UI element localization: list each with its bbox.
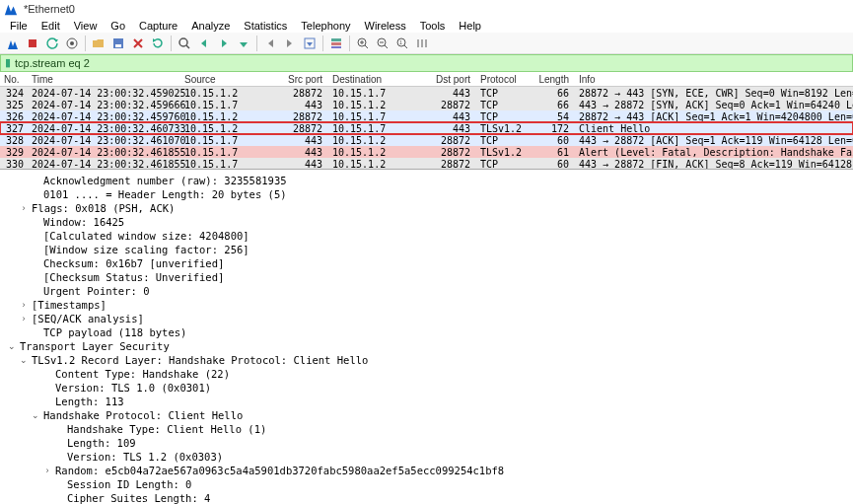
menu-edit[interactable]: Edit [36,19,66,33]
cell-info: 443 → 28872 [SYN, ACK] Seq=0 Ack=1 Win=6… [575,100,853,110]
auto-scroll-icon[interactable] [301,35,319,52]
detail-row[interactable]: Flags: 0x018 (PSH, ACK) [2,201,853,215]
detail-row[interactable]: Window: 16425 [2,215,853,229]
packet-row[interactable]: 3282024-07-14 23:00:32.46107010.15.1.744… [0,134,853,146]
cell-src: 10.15.1.7 [180,159,274,170]
menu-statistics[interactable]: Statistics [238,19,293,33]
cell-len: 61 [531,147,575,158]
reload-icon[interactable] [149,35,167,52]
col-header-destination[interactable]: Destination [328,74,422,85]
packet-row[interactable]: 3272024-07-14 23:00:32.46073310.15.1.228… [0,122,853,134]
packet-details-pane[interactable]: Acknowledgment number (raw): 32355819350… [0,170,853,504]
detail-row[interactable]: Session ID Length: 0 [2,477,853,491]
toolbar-separator [349,36,350,51]
menu-help[interactable]: Help [453,19,487,33]
packet-row[interactable]: 3302024-07-14 23:00:32.46185510.15.1.744… [0,158,853,170]
expand-icon[interactable] [41,465,53,476]
packet-list[interactable]: 3242024-07-14 23:00:32.45902510.15.1.228… [0,87,853,170]
save-file-icon[interactable] [109,35,127,52]
go-to-packet-icon[interactable] [235,35,252,52]
packet-row[interactable]: 3252024-07-14 23:00:32.45966610.15.1.744… [0,99,853,110]
cell-srcport: 443 [274,100,328,110]
cell-srcport: 443 [274,135,328,146]
col-header-dstport[interactable]: Dst port [422,74,476,85]
collapse-icon[interactable] [6,340,18,352]
resize-columns-icon[interactable] [413,35,431,52]
packet-row[interactable]: 3262024-07-14 23:00:32.45976010.15.1.228… [0,110,853,122]
collapse-icon[interactable] [30,409,41,421]
detail-row[interactable]: Cipher Suites Length: 4 [2,491,853,504]
menu-go[interactable]: Go [105,19,131,33]
close-file-icon[interactable] [129,35,147,52]
bookmark-icon[interactable]: ▮ [5,56,11,69]
detail-row[interactable]: Urgent Pointer: 0 [2,284,853,298]
detail-row[interactable]: TCP payload (118 bytes) [2,325,853,339]
restart-capture-icon[interactable] [43,35,61,52]
menu-capture[interactable]: Capture [133,19,183,33]
detail-row[interactable]: [Checksum Status: Unverified] [2,270,853,284]
packet-row[interactable]: 3242024-07-14 23:00:32.45902510.15.1.228… [0,87,853,99]
detail-row[interactable]: Transport Layer Security [2,339,853,353]
col-header-source[interactable]: Source [180,74,274,85]
detail-row[interactable]: [Window size scaling factor: 256] [2,243,853,256]
menu-wireless[interactable]: Wireless [359,19,412,33]
cell-dst: 10.15.1.7 [328,88,422,99]
packet-row[interactable]: 3292024-07-14 23:00:32.46185510.15.1.744… [0,146,853,158]
detail-row[interactable]: TLSv1.2 Record Layer: Handshake Protocol… [2,353,853,367]
menu-tools[interactable]: Tools [414,19,452,33]
detail-label: Content Type: Handshake (22) [53,367,230,381]
cell-src: 10.15.1.2 [180,111,274,122]
col-header-no[interactable]: No. [0,74,28,85]
col-header-info[interactable]: Info [575,74,853,85]
stop-capture-icon[interactable] [24,35,41,52]
capture-options-icon[interactable] [63,35,81,52]
detail-row[interactable]: Content Type: Handshake (22) [2,367,853,381]
detail-row[interactable]: [Calculated window size: 4204800] [2,229,853,243]
detail-row[interactable]: Length: 109 [2,436,853,450]
detail-row[interactable]: Random: e5cb04a72ae567a0963c5a4a5901db37… [2,464,853,477]
detail-row[interactable]: Handshake Protocol: Client Hello [2,408,853,422]
go-last-icon[interactable] [281,35,299,52]
colorize-icon[interactable] [327,35,345,52]
detail-row[interactable]: Version: TLS 1.2 (0x0303) [2,450,853,464]
detail-row[interactable]: [Timestamps] [2,298,853,312]
col-header-protocol[interactable]: Protocol [476,74,531,85]
detail-row[interactable]: Acknowledgment number (raw): 3235581935 [2,174,853,187]
expand-icon[interactable] [18,299,30,311]
toolbar: 1 [0,33,853,54]
display-filter-input[interactable] [15,57,848,69]
zoom-reset-icon[interactable]: 1 [393,35,411,52]
expand-icon[interactable] [18,313,30,324]
collapse-icon[interactable] [18,354,30,366]
col-header-time[interactable]: Time [28,74,180,85]
menu-telephony[interactable]: Telephony [295,19,356,33]
open-file-icon[interactable] [90,35,107,52]
detail-row[interactable]: 0101 .... = Header Length: 20 bytes (5) [2,187,853,201]
detail-label: Transport Layer Security [18,339,170,353]
menu-analyze[interactable]: Analyze [185,19,236,33]
detail-row[interactable]: Checksum: 0x16b7 [unverified] [2,256,853,270]
detail-row[interactable]: Handshake Type: Client Hello (1) [2,422,853,436]
detail-label: TLSv1.2 Record Layer: Handshake Protocol… [30,353,368,367]
go-forward-icon[interactable] [215,35,233,52]
menu-view[interactable]: View [68,19,104,33]
detail-label: [Calculated window size: 4204800] [41,229,249,243]
cell-proto: TLSv1.2 [476,147,531,158]
cell-srcport: 28872 [274,88,328,99]
col-header-srcport[interactable]: Src port [274,74,328,85]
menu-file[interactable]: File [4,19,34,33]
find-icon[interactable] [176,35,193,52]
zoom-in-icon[interactable] [354,35,372,52]
display-filter-bar: ▮ [0,54,853,72]
go-first-icon[interactable] [261,35,279,52]
go-back-icon[interactable] [195,35,213,52]
col-header-length[interactable]: Length [531,74,575,85]
detail-row[interactable]: [SEQ/ACK analysis] [2,312,853,325]
cell-time: 2024-07-14 23:00:32.459666 [28,100,180,110]
zoom-out-icon[interactable] [374,35,391,52]
start-capture-icon[interactable] [4,35,22,52]
detail-row[interactable]: Version: TLS 1.0 (0x0301) [2,381,853,395]
cell-time: 2024-07-14 23:00:32.461855 [28,147,180,158]
expand-icon[interactable] [18,202,30,214]
detail-row[interactable]: Length: 113 [2,395,853,408]
